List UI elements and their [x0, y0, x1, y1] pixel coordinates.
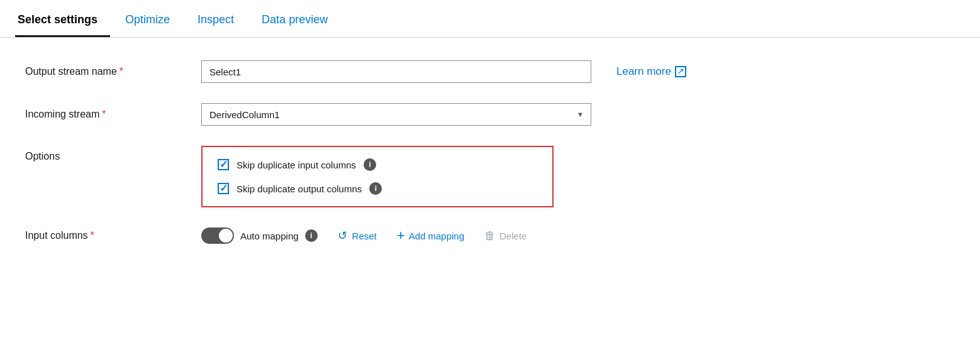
learn-more-link[interactable]: Learn more	[616, 65, 686, 78]
auto-mapping-label: Auto mapping	[240, 231, 299, 241]
delete-button[interactable]: 🗑 Delete	[484, 229, 526, 243]
plus-icon: +	[397, 229, 405, 243]
skip-duplicate-output-row: Skip duplicate output columns i	[218, 182, 537, 195]
skip-duplicate-input-label: Skip duplicate input columns	[237, 160, 356, 170]
output-stream-name-control: Learn more	[201, 60, 955, 83]
tab-data-preview[interactable]: Data preview	[259, 6, 340, 37]
output-stream-name-input[interactable]	[201, 60, 591, 83]
options-box: Skip duplicate input columns i Skip dupl…	[201, 146, 554, 207]
options-label: Options	[25, 146, 201, 162]
options-control: Skip duplicate input columns i Skip dupl…	[201, 146, 955, 207]
auto-mapping-toggle[interactable]	[201, 227, 234, 244]
incoming-stream-row: Incoming stream* DerivedColumn1	[25, 103, 955, 126]
incoming-stream-select-wrapper: DerivedColumn1	[201, 103, 591, 126]
incoming-stream-label: Incoming stream*	[25, 109, 201, 120]
skip-duplicate-input-info-icon[interactable]: i	[364, 158, 376, 171]
incoming-stream-select[interactable]: DerivedColumn1	[201, 103, 591, 126]
required-star-incoming: *	[102, 109, 106, 119]
tab-select-settings[interactable]: Select settings	[15, 6, 110, 37]
skip-duplicate-output-label: Skip duplicate output columns	[237, 183, 362, 194]
skip-duplicate-input-checkbox[interactable]	[218, 159, 229, 170]
options-row: Options Skip duplicate input columns i S…	[25, 146, 955, 207]
tab-bar: Select settings Optimize Inspect Data pr…	[0, 0, 980, 38]
output-stream-name-row: Output stream name* Learn more	[25, 60, 955, 83]
skip-duplicate-output-checkbox[interactable]	[218, 183, 229, 194]
trash-icon: 🗑	[484, 229, 496, 243]
required-star-input-cols: *	[91, 230, 94, 241]
skip-duplicate-input-row: Skip duplicate input columns i	[218, 158, 537, 171]
input-columns-control: Auto mapping i ↺ Reset + Add mapping	[201, 227, 955, 244]
incoming-stream-control: DerivedColumn1	[201, 103, 955, 126]
tab-optimize[interactable]: Optimize	[123, 6, 182, 37]
reset-icon: ↺	[338, 229, 347, 243]
skip-duplicate-output-info-icon[interactable]: i	[369, 182, 382, 195]
input-columns-row: Input columns* Auto mapping i ↺	[25, 227, 955, 244]
input-cols-controls: Auto mapping i ↺ Reset + Add mapping	[201, 227, 526, 244]
output-stream-name-label: Output stream name*	[25, 66, 201, 77]
reset-button[interactable]: ↺ Reset	[338, 229, 377, 243]
main-container: Select settings Optimize Inspect Data pr…	[0, 0, 980, 345]
add-mapping-button[interactable]: + Add mapping	[397, 229, 464, 243]
auto-mapping-toggle-wrapper: Auto mapping i	[201, 227, 318, 244]
content-area: Output stream name* Learn more Incoming …	[0, 38, 980, 266]
input-columns-label: Input columns*	[25, 230, 201, 241]
required-star-output: *	[120, 66, 123, 77]
auto-mapping-info-icon[interactable]: i	[305, 229, 318, 242]
external-link-icon	[675, 66, 686, 77]
tab-inspect[interactable]: Inspect	[195, 6, 247, 37]
toggle-thumb	[219, 229, 233, 243]
